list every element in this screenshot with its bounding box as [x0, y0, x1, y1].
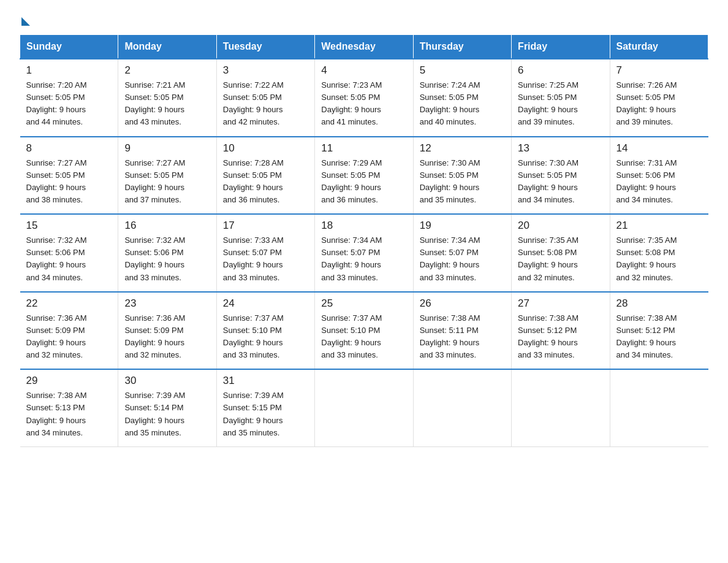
calendar-header: SundayMondayTuesdayWednesdayThursdayFrid…: [20, 35, 708, 59]
day-cell: 26 Sunrise: 7:38 AM Sunset: 5:11 PM Dayl…: [413, 292, 511, 370]
day-info: Sunrise: 7:20 AM Sunset: 5:05 PM Dayligh…: [26, 79, 112, 129]
page-header: [20, 15, 708, 23]
day-number: 24: [223, 297, 308, 310]
day-info: Sunrise: 7:37 AM Sunset: 5:10 PM Dayligh…: [223, 312, 308, 362]
day-cell: 10 Sunrise: 7:28 AM Sunset: 5:05 PM Dayl…: [216, 137, 314, 215]
week-row-3: 15 Sunrise: 7:32 AM Sunset: 5:06 PM Dayl…: [20, 214, 708, 292]
day-cell: 4 Sunrise: 7:23 AM Sunset: 5:05 PM Dayli…: [315, 59, 413, 137]
logo-arrow-icon: [21, 17, 30, 26]
day-number: 3: [223, 64, 308, 77]
calendar-table: SundayMondayTuesdayWednesdayThursdayFrid…: [20, 34, 708, 447]
day-number: 23: [124, 297, 210, 310]
week-row-1: 1 Sunrise: 7:20 AM Sunset: 5:05 PM Dayli…: [20, 59, 708, 137]
day-number: 8: [26, 142, 112, 155]
header-row: SundayMondayTuesdayWednesdayThursdayFrid…: [20, 35, 708, 59]
day-cell: 21 Sunrise: 7:35 AM Sunset: 5:08 PM Dayl…: [610, 214, 708, 292]
day-number: 27: [518, 297, 603, 310]
day-info: Sunrise: 7:36 AM Sunset: 5:09 PM Dayligh…: [124, 312, 210, 362]
day-cell: 6 Sunrise: 7:25 AM Sunset: 5:05 PM Dayli…: [512, 59, 610, 137]
header-cell-thursday: Thursday: [413, 35, 511, 59]
day-info: Sunrise: 7:21 AM Sunset: 5:05 PM Dayligh…: [124, 79, 210, 129]
day-cell: 7 Sunrise: 7:26 AM Sunset: 5:05 PM Dayli…: [610, 59, 708, 137]
day-number: 31: [223, 375, 308, 387]
day-info: Sunrise: 7:36 AM Sunset: 5:09 PM Dayligh…: [26, 312, 112, 362]
day-cell: 16 Sunrise: 7:32 AM Sunset: 5:06 PM Dayl…: [118, 214, 216, 292]
day-info: Sunrise: 7:28 AM Sunset: 5:05 PM Dayligh…: [223, 157, 308, 207]
day-cell: 17 Sunrise: 7:33 AM Sunset: 5:07 PM Dayl…: [216, 214, 314, 292]
day-cell: 30 Sunrise: 7:39 AM Sunset: 5:14 PM Dayl…: [118, 369, 216, 446]
day-info: Sunrise: 7:39 AM Sunset: 5:15 PM Dayligh…: [223, 389, 308, 439]
day-cell: 31 Sunrise: 7:39 AM Sunset: 5:15 PM Dayl…: [216, 369, 314, 446]
day-info: Sunrise: 7:25 AM Sunset: 5:05 PM Dayligh…: [518, 79, 603, 129]
day-info: Sunrise: 7:30 AM Sunset: 5:05 PM Dayligh…: [420, 157, 505, 207]
day-cell: 19 Sunrise: 7:34 AM Sunset: 5:07 PM Dayl…: [413, 214, 511, 292]
day-cell: [315, 369, 413, 446]
day-number: 5: [420, 64, 505, 77]
day-number: 15: [26, 220, 112, 232]
day-number: 30: [124, 375, 210, 387]
day-cell: 25 Sunrise: 7:37 AM Sunset: 5:10 PM Dayl…: [315, 292, 413, 370]
day-number: 12: [420, 142, 505, 155]
day-cell: 18 Sunrise: 7:34 AM Sunset: 5:07 PM Dayl…: [315, 214, 413, 292]
day-cell: 12 Sunrise: 7:30 AM Sunset: 5:05 PM Dayl…: [413, 137, 511, 215]
day-info: Sunrise: 7:30 AM Sunset: 5:05 PM Dayligh…: [518, 157, 603, 207]
day-cell: 5 Sunrise: 7:24 AM Sunset: 5:05 PM Dayli…: [413, 59, 511, 137]
day-info: Sunrise: 7:34 AM Sunset: 5:07 PM Dayligh…: [321, 234, 406, 284]
day-info: Sunrise: 7:33 AM Sunset: 5:07 PM Dayligh…: [223, 234, 308, 284]
day-number: 28: [616, 297, 702, 310]
week-row-4: 22 Sunrise: 7:36 AM Sunset: 5:09 PM Dayl…: [20, 292, 708, 370]
day-number: 14: [616, 142, 702, 155]
calendar-body: 1 Sunrise: 7:20 AM Sunset: 5:05 PM Dayli…: [20, 59, 708, 446]
header-cell-monday: Monday: [118, 35, 216, 59]
day-info: Sunrise: 7:38 AM Sunset: 5:13 PM Dayligh…: [26, 389, 112, 439]
day-info: Sunrise: 7:34 AM Sunset: 5:07 PM Dayligh…: [420, 234, 505, 284]
day-cell: 2 Sunrise: 7:21 AM Sunset: 5:05 PM Dayli…: [118, 59, 216, 137]
day-info: Sunrise: 7:35 AM Sunset: 5:08 PM Dayligh…: [616, 234, 702, 284]
day-info: Sunrise: 7:37 AM Sunset: 5:10 PM Dayligh…: [321, 312, 406, 362]
day-cell: 20 Sunrise: 7:35 AM Sunset: 5:08 PM Dayl…: [512, 214, 610, 292]
day-number: 19: [420, 220, 505, 232]
header-cell-wednesday: Wednesday: [315, 35, 413, 59]
day-info: Sunrise: 7:38 AM Sunset: 5:11 PM Dayligh…: [420, 312, 505, 362]
day-info: Sunrise: 7:32 AM Sunset: 5:06 PM Dayligh…: [124, 234, 210, 284]
logo: [20, 15, 30, 23]
day-number: 6: [518, 64, 603, 77]
day-cell: 8 Sunrise: 7:27 AM Sunset: 5:05 PM Dayli…: [20, 137, 118, 215]
day-number: 26: [420, 297, 505, 310]
header-cell-sunday: Sunday: [20, 35, 118, 59]
day-cell: 3 Sunrise: 7:22 AM Sunset: 5:05 PM Dayli…: [216, 59, 314, 137]
week-row-5: 29 Sunrise: 7:38 AM Sunset: 5:13 PM Dayl…: [20, 369, 708, 446]
day-number: 21: [616, 220, 702, 232]
day-number: 20: [518, 220, 603, 232]
day-cell: 28 Sunrise: 7:38 AM Sunset: 5:12 PM Dayl…: [610, 292, 708, 370]
day-info: Sunrise: 7:32 AM Sunset: 5:06 PM Dayligh…: [26, 234, 112, 284]
day-number: 7: [616, 64, 702, 77]
day-info: Sunrise: 7:31 AM Sunset: 5:06 PM Dayligh…: [616, 157, 702, 207]
day-cell: [610, 369, 708, 446]
day-cell: 23 Sunrise: 7:36 AM Sunset: 5:09 PM Dayl…: [118, 292, 216, 370]
day-number: 18: [321, 220, 406, 232]
day-cell: 15 Sunrise: 7:32 AM Sunset: 5:06 PM Dayl…: [20, 214, 118, 292]
day-number: 16: [124, 220, 210, 232]
day-number: 11: [321, 142, 406, 155]
day-info: Sunrise: 7:27 AM Sunset: 5:05 PM Dayligh…: [124, 157, 210, 207]
day-cell: 1 Sunrise: 7:20 AM Sunset: 5:05 PM Dayli…: [20, 59, 118, 137]
day-number: 1: [26, 64, 112, 77]
day-cell: 13 Sunrise: 7:30 AM Sunset: 5:05 PM Dayl…: [512, 137, 610, 215]
day-cell: [413, 369, 511, 446]
header-cell-saturday: Saturday: [610, 35, 708, 59]
day-info: Sunrise: 7:39 AM Sunset: 5:14 PM Dayligh…: [124, 389, 210, 439]
day-number: 25: [321, 297, 406, 310]
day-number: 9: [124, 142, 210, 155]
day-cell: 29 Sunrise: 7:38 AM Sunset: 5:13 PM Dayl…: [20, 369, 118, 446]
day-info: Sunrise: 7:26 AM Sunset: 5:05 PM Dayligh…: [616, 79, 702, 129]
day-cell: 14 Sunrise: 7:31 AM Sunset: 5:06 PM Dayl…: [610, 137, 708, 215]
day-info: Sunrise: 7:22 AM Sunset: 5:05 PM Dayligh…: [223, 79, 308, 129]
day-number: 17: [223, 220, 308, 232]
header-cell-friday: Friday: [512, 35, 610, 59]
day-number: 10: [223, 142, 308, 155]
day-number: 29: [26, 375, 112, 387]
day-info: Sunrise: 7:38 AM Sunset: 5:12 PM Dayligh…: [518, 312, 603, 362]
day-cell: 9 Sunrise: 7:27 AM Sunset: 5:05 PM Dayli…: [118, 137, 216, 215]
day-info: Sunrise: 7:27 AM Sunset: 5:05 PM Dayligh…: [26, 157, 112, 207]
